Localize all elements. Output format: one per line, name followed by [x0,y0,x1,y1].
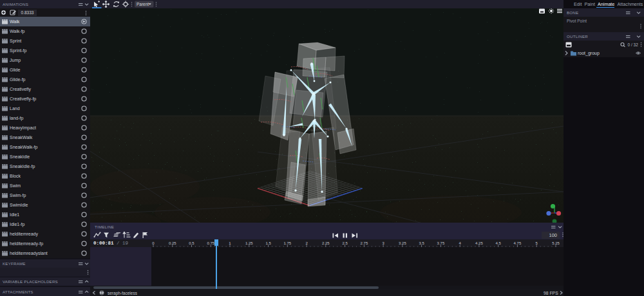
svg-text:1: 1 [229,241,231,245]
svg-text:3.75: 3.75 [437,241,445,245]
svg-text:2.75: 2.75 [361,241,368,245]
svg-text:1.5: 1.5 [265,241,271,245]
svg-text:2.5: 2.5 [342,241,348,245]
svg-text:3.25: 3.25 [399,241,406,245]
svg-text:4.75: 4.75 [514,241,522,245]
svg-text:2.25: 2.25 [322,241,330,245]
svg-text:0.25: 0.25 [169,241,176,245]
svg-text:0.75: 0.75 [207,241,214,245]
svg-text:4.25: 4.25 [475,241,483,245]
svg-text:5: 5 [536,241,538,245]
svg-text:4.5: 4.5 [496,241,502,245]
svg-text:2: 2 [305,241,308,245]
svg-text:5.25: 5.25 [552,241,560,245]
svg-text:3: 3 [382,241,384,245]
svg-text:3.5: 3.5 [419,241,424,245]
svg-text:1.75: 1.75 [283,241,291,245]
svg-text:4: 4 [459,241,462,245]
svg-text:0: 0 [152,241,155,245]
svg-text:1.25: 1.25 [245,241,253,245]
svg-text:0.5: 0.5 [189,241,194,245]
